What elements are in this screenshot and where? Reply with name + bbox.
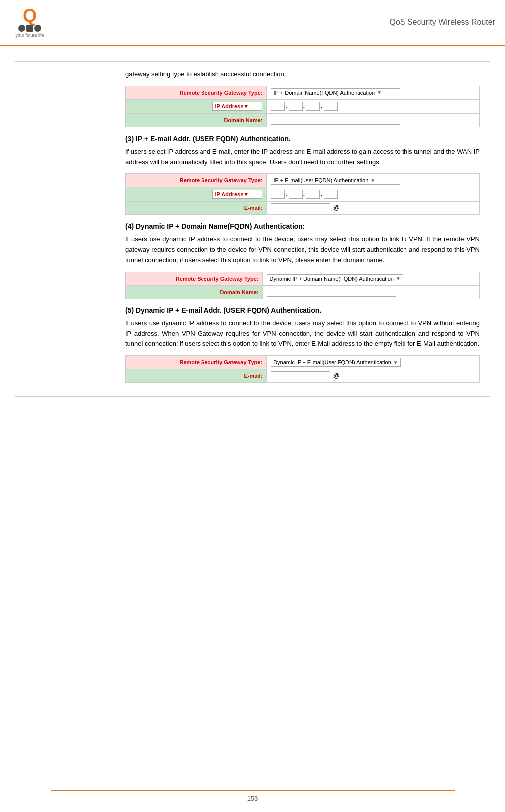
form1-dropdown-arrow-icon: ▼	[377, 90, 382, 95]
form1-gateway-label: Remote Security Gateway Type:	[126, 86, 267, 99]
form2-dot-3: .	[321, 191, 322, 198]
form1-dot-1: .	[286, 103, 287, 110]
section3-heading: (3) IP + E-mail Addr. (USER FQDN) Authen…	[125, 135, 480, 143]
logo-dot-2	[34, 25, 41, 32]
section5-body: If users use dynamic IP address to conne…	[125, 318, 480, 349]
logo-area: Q your future life	[10, 5, 60, 40]
form1-domain-value	[267, 113, 480, 127]
form1-dot-3: .	[321, 103, 322, 110]
logo-square	[26, 25, 33, 32]
form4-email-label: E-mail:	[126, 369, 267, 383]
form2-gateway-label: Remote Security Gateway Type:	[126, 174, 267, 187]
form1-ip-row: IP Address ▼ . . .	[126, 99, 480, 113]
form2-ip-addr-select[interactable]: IP Address ▼	[212, 190, 262, 199]
form2-ip-row: IP Address ▼ . . .	[126, 187, 480, 202]
form1-dot-2: .	[303, 103, 305, 110]
form2-dot-1: .	[286, 191, 287, 198]
form2-email-label: E-mail:	[126, 202, 267, 215]
footer-line: 153	[51, 790, 455, 802]
section4-body: If users use dynamic IP address to conne…	[125, 234, 480, 265]
form3-gateway-select-text: Dynamic IP + Domain Name(FQDN) Authentic…	[269, 276, 394, 282]
form4-gateway-select[interactable]: Dynamic IP + E-mail(User FQDN) Authentic…	[271, 358, 401, 367]
form2-gateway-select-text: IP + E-mail(User FQDN) Authentication	[273, 177, 368, 183]
section3-body: If users select IP address and E-mail, e…	[125, 147, 480, 168]
form1-ip-octet-3[interactable]	[306, 102, 320, 111]
form1-ip-dropdown-icon: ▼	[243, 103, 249, 109]
page-footer: 153	[0, 790, 505, 802]
form4-gateway-select-text: Dynamic IP + E-mail(User FQDN) Authentic…	[273, 359, 391, 365]
form2-email-input[interactable]	[271, 203, 330, 212]
form2-ip-fields: . . .	[271, 190, 475, 199]
form2-ip-octet-2[interactable]	[289, 190, 303, 199]
form2-ip-octet-1[interactable]	[271, 190, 285, 199]
logo-q-letter: Q	[23, 7, 37, 25]
form2-dropdown-arrow-icon: ▼	[370, 178, 375, 183]
form1-domain-input[interactable]	[271, 116, 400, 125]
form4-table: Remote Security Gateway Type: Dynamic IP…	[125, 355, 480, 383]
form1-ip-octet-4[interactable]	[324, 102, 338, 111]
main-content: gateway setting type to establish succes…	[0, 46, 505, 411]
form3-dropdown-arrow-icon: ▼	[396, 276, 401, 281]
form3-gateway-select[interactable]: Dynamic IP + Domain Name(FQDN) Authentic…	[267, 274, 403, 283]
form4-gateway-label: Remote Security Gateway Type:	[126, 356, 267, 369]
left-margin	[15, 62, 115, 396]
form1-domain-row: Domain Name:	[126, 113, 480, 127]
form2-ip-dropdown-icon: ▼	[243, 191, 249, 197]
form2-email-value: @	[267, 202, 480, 215]
form2-ip-octet-4[interactable]	[324, 190, 338, 199]
form4-email-value: @	[267, 369, 480, 383]
logo-dot-1	[18, 25, 25, 32]
form1-ip-label: IP Address ▼	[126, 99, 267, 113]
form2-ip-value: . . .	[267, 187, 480, 202]
form3-table: Remote Security Gateway Type: Dynamic IP…	[125, 272, 480, 299]
form2-ip-octet-3[interactable]	[306, 190, 320, 199]
right-content: gateway setting type to establish succes…	[115, 62, 490, 396]
form1-ip-fields: . . .	[271, 102, 475, 111]
form1-gateway-select-text: IP + Domain Name(FQDN) Authentication	[273, 90, 375, 96]
intro-text: gateway setting type to establish succes…	[125, 69, 480, 80]
form1-gateway-row: Remote Security Gateway Type: IP + Domai…	[126, 86, 480, 99]
form2-email-at-symbol: @	[334, 204, 340, 211]
form1-ip-value: . . .	[267, 99, 480, 113]
form3-domain-input[interactable]	[267, 288, 396, 297]
form1-gateway-select[interactable]: IP + Domain Name(FQDN) Authentication ▼	[271, 88, 400, 97]
form2-email-row: E-mail: @	[126, 202, 480, 215]
form1-ip-octet-1[interactable]	[271, 102, 285, 111]
form1-gateway-value: IP + Domain Name(FQDN) Authentication ▼	[267, 86, 480, 99]
form2-ip-label: IP Address ▼	[126, 187, 267, 202]
form4-gateway-value: Dynamic IP + E-mail(User FQDN) Authentic…	[267, 356, 480, 369]
logo-tagline: your future life	[15, 33, 44, 38]
form4-email-at-symbol: @	[333, 372, 339, 379]
form1-ip-addr-text: IP Address	[215, 103, 243, 109]
page-title: QoS Security Wireless Router	[60, 18, 495, 27]
form1-table: Remote Security Gateway Type: IP + Domai…	[125, 86, 480, 127]
page-header: Q your future life QoS Security Wireless…	[0, 0, 505, 46]
form2-ip-addr-text: IP Address	[215, 191, 243, 197]
form3-gateway-label: Remote Security Gateway Type:	[126, 272, 263, 285]
form4-dropdown-arrow-icon: ▼	[393, 360, 398, 365]
section4-heading: (4) Dynamic IP + Domain Name(FQDN) Authe…	[125, 222, 480, 230]
form3-gateway-row: Remote Security Gateway Type: Dynamic IP…	[126, 272, 480, 285]
form4-email-row: E-mail: @	[126, 369, 480, 383]
form3-domain-label: Domain Name:	[126, 285, 263, 299]
logo-ono	[18, 25, 41, 32]
form4-email-input[interactable]	[271, 371, 330, 380]
form3-domain-value	[263, 285, 480, 299]
section5-heading: (5) Dynamic IP + E-mail Addr. (USER FQDN…	[125, 306, 480, 314]
form2-gateway-row: Remote Security Gateway Type: IP + E-mai…	[126, 174, 480, 187]
form1-domain-label: Domain Name:	[126, 113, 267, 127]
logo-box: Q your future life	[10, 5, 50, 40]
form2-dot-2: .	[303, 191, 305, 198]
form2-table: Remote Security Gateway Type: IP + E-mai…	[125, 173, 480, 215]
form4-gateway-row: Remote Security Gateway Type: Dynamic IP…	[126, 356, 480, 369]
content-box: gateway setting type to establish succes…	[15, 61, 490, 397]
form2-gateway-value: IP + E-mail(User FQDN) Authentication ▼	[267, 174, 480, 187]
form3-domain-row: Domain Name:	[126, 285, 480, 299]
form3-gateway-value: Dynamic IP + Domain Name(FQDN) Authentic…	[263, 272, 480, 285]
form1-ip-addr-select[interactable]: IP Address ▼	[212, 102, 262, 111]
page-number: 153	[247, 795, 258, 802]
form1-ip-octet-2[interactable]	[289, 102, 303, 111]
form2-gateway-select[interactable]: IP + E-mail(User FQDN) Authentication ▼	[271, 176, 400, 185]
